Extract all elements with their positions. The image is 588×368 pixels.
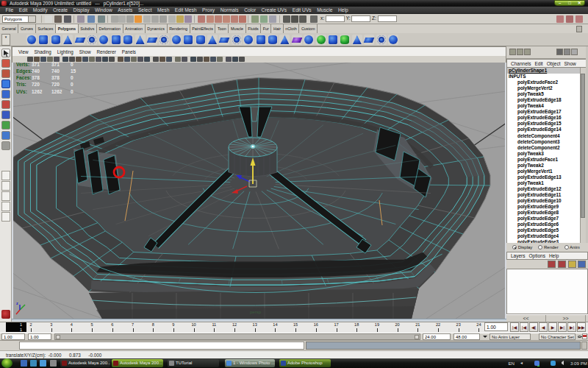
svg-text:378: 378 — [32, 75, 40, 80]
svg-text:Tris:: Tris: — [16, 82, 26, 87]
svg-text:740: 740 — [51, 68, 60, 74]
svg-text:15: 15 — [71, 68, 76, 74]
svg-text:Verts:: Verts: — [16, 63, 29, 67]
svg-text:378: 378 — [51, 75, 60, 80]
svg-text:UVs:: UVs: — [16, 89, 27, 94]
svg-text:Edges:: Edges: — [16, 68, 32, 74]
svg-text:z: z — [16, 301, 18, 305]
svg-text:371: 371 — [51, 63, 60, 67]
svg-text:0: 0 — [71, 63, 74, 67]
svg-text:1262: 1262 — [32, 89, 43, 94]
svg-text:0: 0 — [71, 82, 74, 87]
svg-text:Faces:: Faces: — [16, 75, 32, 80]
svg-text:1262: 1262 — [51, 89, 62, 94]
svg-text:720: 720 — [32, 82, 40, 87]
svg-text:persp: persp — [250, 310, 262, 314]
svg-text:0: 0 — [71, 75, 74, 80]
svg-text:740: 740 — [32, 68, 40, 74]
svg-text:371: 371 — [32, 63, 40, 67]
svg-text:720: 720 — [51, 82, 60, 87]
svg-text:0: 0 — [71, 89, 74, 94]
